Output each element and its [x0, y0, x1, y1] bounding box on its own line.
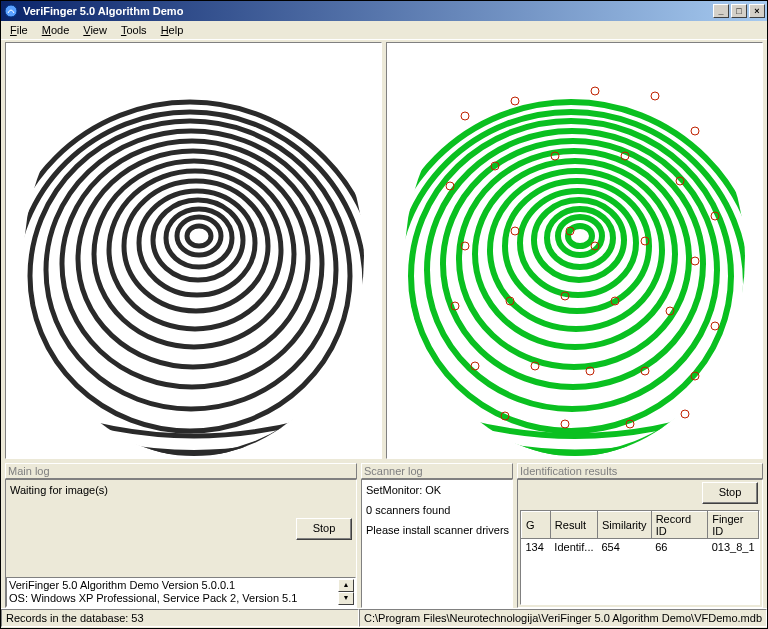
identification-table: G Result Similarity Record ID Finger ID …: [521, 511, 759, 555]
menu-bar: File Mode View Tools Help: [1, 21, 767, 40]
menu-help[interactable]: Help: [154, 22, 191, 38]
svg-point-2: [187, 226, 211, 246]
svg-point-18: [558, 217, 602, 255]
col-similarity[interactable]: Similarity: [598, 512, 652, 539]
logs-row: Main log Waiting for image(s) Stop VeriF…: [1, 459, 767, 608]
identification-panel: Identification results Stop G Result Sim…: [517, 463, 763, 608]
menu-mode[interactable]: Mode: [35, 22, 77, 38]
svg-point-43: [511, 227, 519, 235]
scanner-log-text: SetMonitor: OK 0 scanners found Please i…: [362, 480, 512, 607]
window-controls: _ □ ×: [713, 4, 765, 18]
minimize-button[interactable]: _: [713, 4, 729, 18]
close-button[interactable]: ×: [749, 4, 765, 18]
app-window: VeriFinger 5.0 Algorithm Demo _ □ × File…: [0, 0, 768, 629]
scroll-down-icon[interactable]: ▼: [338, 592, 354, 605]
menu-view[interactable]: View: [76, 22, 114, 38]
svg-point-47: [691, 257, 699, 265]
identification-stop-button[interactable]: Stop: [702, 482, 758, 504]
identification-table-wrap: G Result Similarity Record ID Finger ID …: [520, 510, 760, 605]
scanner-line: 0 scanners found: [366, 502, 508, 518]
maximize-button[interactable]: □: [731, 4, 747, 18]
svg-point-53: [711, 322, 719, 330]
svg-point-62: [681, 410, 689, 418]
listbox-scrollbar[interactable]: ▲ ▼: [338, 579, 354, 605]
col-result[interactable]: Result: [550, 512, 597, 539]
scanner-line: Please install scanner drivers fr: [366, 522, 508, 538]
status-path: C:\Program Files\Neurotechnologija\VeriF…: [359, 609, 767, 627]
svg-point-34: [651, 92, 659, 100]
main-log-panel: Main log Waiting for image(s) Stop VeriF…: [5, 463, 357, 608]
scanner-log-panel: Scanner log SetMonitor: OK 0 scanners fo…: [361, 463, 513, 608]
list-item: OS: Windows XP Professional, Service Pac…: [9, 592, 337, 605]
svg-point-0: [5, 5, 17, 17]
svg-point-17: [568, 226, 592, 246]
raw-fingerprint-pane: [5, 42, 382, 459]
identification-label: Identification results: [517, 463, 763, 479]
svg-point-33: [591, 87, 599, 95]
table-row[interactable]: 134 Identif... 654 66 013_8_1: [522, 539, 759, 555]
col-record-id[interactable]: Record ID: [651, 512, 708, 539]
svg-point-3: [177, 217, 221, 255]
app-icon: [3, 3, 19, 19]
svg-point-60: [561, 420, 569, 428]
processed-fingerprint-pane: [386, 42, 763, 459]
scanner-log-label: Scanner log: [361, 463, 513, 479]
svg-point-54: [471, 362, 479, 370]
scanner-log-body: SetMonitor: OK 0 scanners found Please i…: [361, 479, 513, 608]
status-bar: Records in the database: 53 C:\Program F…: [1, 608, 767, 628]
main-log-label: Main log: [5, 463, 357, 479]
list-item: VeriFinger 5.0 Algorithm Demo Version 5.…: [9, 579, 337, 592]
main-log-listbox[interactable]: VeriFinger 5.0 Algorithm Demo Version 5.…: [6, 577, 356, 607]
svg-point-32: [511, 97, 519, 105]
status-records: Records in the database: 53: [1, 609, 359, 627]
menu-file[interactable]: File: [3, 22, 35, 38]
col-g[interactable]: G: [522, 512, 551, 539]
svg-point-31: [461, 112, 469, 120]
menu-tools[interactable]: Tools: [114, 22, 154, 38]
identification-body: Stop G Result Similarity Record ID Finge…: [517, 479, 763, 608]
main-log-text: Waiting for image(s): [6, 480, 296, 577]
svg-point-14: [15, 112, 365, 456]
window-title: VeriFinger 5.0 Algorithm Demo: [23, 5, 713, 17]
title-bar: VeriFinger 5.0 Algorithm Demo _ □ ×: [1, 1, 767, 21]
scanner-line: SetMonitor: OK: [366, 482, 508, 498]
image-panes: [1, 40, 767, 459]
scroll-up-icon[interactable]: ▲: [338, 579, 354, 592]
main-log-stop-button[interactable]: Stop: [296, 518, 352, 540]
main-log-body: Waiting for image(s) Stop VeriFinger 5.0…: [5, 479, 357, 608]
svg-point-35: [691, 127, 699, 135]
col-finger-id[interactable]: Finger ID: [708, 512, 759, 539]
